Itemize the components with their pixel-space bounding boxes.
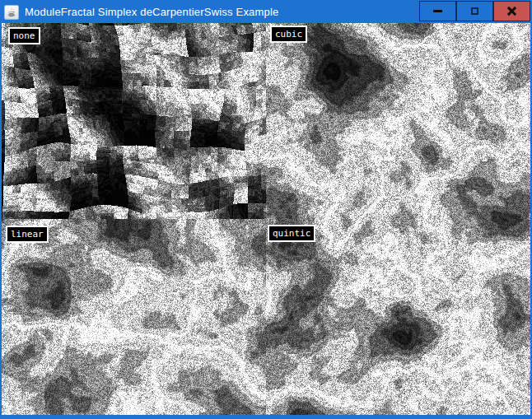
close-icon	[506, 6, 517, 16]
quadrant-label-quintic: quintic	[268, 225, 315, 242]
window-title: ModuleFractal Simplex deCarpentierSwiss …	[25, 6, 279, 18]
fractal-canvas	[2, 23, 530, 415]
quadrant-label-linear: linear	[6, 226, 49, 243]
minimize-button[interactable]	[419, 1, 456, 21]
titlebar[interactable]: ModuleFractal Simplex deCarpentierSwiss …	[0, 0, 532, 23]
java-coffee-cup-icon[interactable]	[4, 5, 19, 20]
window-bottom-border	[0, 415, 532, 419]
close-button[interactable]	[493, 1, 530, 21]
quadrant-label-cubic: cubic	[270, 26, 307, 43]
maximize-button[interactable]	[456, 1, 493, 21]
window-controls	[419, 1, 530, 21]
app-window: ModuleFractal Simplex deCarpentierSwiss …	[0, 0, 532, 419]
maximize-icon	[471, 7, 478, 15]
quadrant-label-none: none	[8, 27, 40, 44]
fractal-viewport: none cubic linear quintic	[2, 23, 530, 415]
minimize-icon	[433, 10, 442, 12]
